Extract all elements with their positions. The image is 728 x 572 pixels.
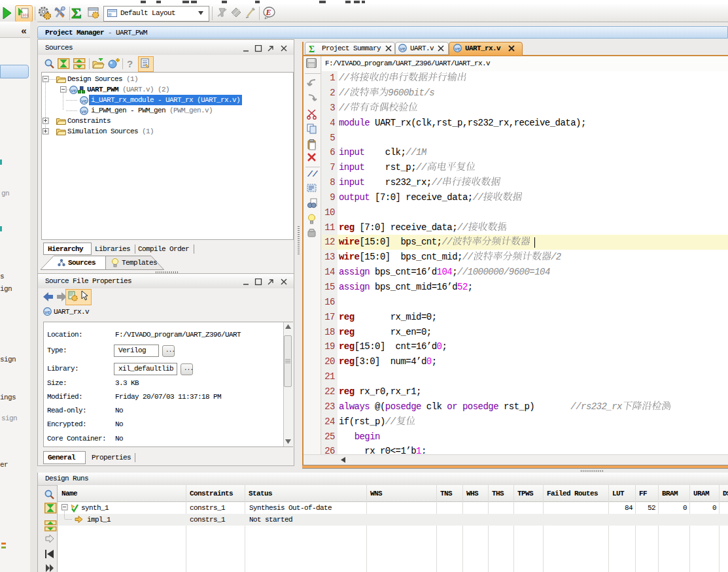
- svg-text:101: 101: [22, 13, 29, 17]
- svg-text:ve: ve: [400, 46, 406, 52]
- svg-text:ve: ve: [81, 109, 87, 114]
- svg-text:Σ: Σ: [71, 5, 82, 22]
- svg-text:ve: ve: [81, 98, 87, 104]
- svg-text:ve: ve: [455, 46, 460, 52]
- svg-text:ve: ve: [44, 309, 50, 315]
- svg-text:Σ: Σ: [309, 44, 315, 54]
- svg-text:?: ?: [127, 58, 133, 69]
- svg-text:E: E: [266, 8, 271, 17]
- svg-text:ve: ve: [71, 88, 77, 93]
- svg-text://: //: [307, 169, 318, 179]
